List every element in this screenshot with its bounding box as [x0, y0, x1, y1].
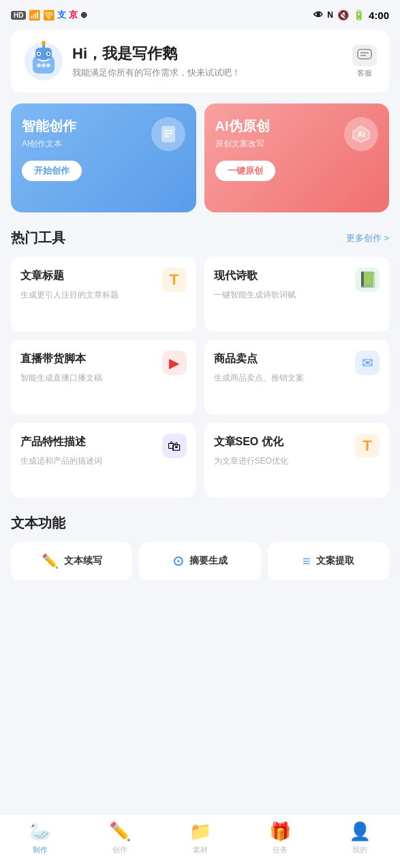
- seo-desc: 为文章进行SEO优化: [214, 455, 380, 467]
- copy-extract-label: 文案提取: [316, 555, 354, 567]
- text-continue-card[interactable]: ✏️ 文本续写: [11, 542, 132, 580]
- nav-item-profile[interactable]: 👤 我的: [320, 821, 400, 855]
- text-func-cards: ✏️ 文本续写 ⊙ 摘要生成 ≡ 文案提取: [11, 542, 389, 580]
- nav-item-material[interactable]: 📁 素材: [160, 821, 240, 855]
- signal-icon: 📶: [29, 10, 40, 20]
- ai-original-icon: AI: [344, 117, 378, 151]
- summary-gen-icon: ⊙: [172, 553, 184, 569]
- live-script-icon: ▶: [162, 351, 187, 375]
- nav-material-label: 素材: [193, 845, 208, 855]
- tool-card-modern-poem[interactable]: 📗 现代诗歌 一键智能生成诗歌词赋: [204, 257, 390, 332]
- text-functions-title: 文本功能: [11, 514, 65, 532]
- header-banner: Hi，我是写作鹅 我能满足你所有的写作需求，快来试试吧！ 客服: [11, 30, 389, 93]
- hd-badge: HD: [11, 11, 26, 20]
- battery-icon: 🔋: [353, 10, 365, 20]
- hot-tools-header: 热门工具 更多创作 >: [11, 229, 389, 247]
- ai-original-card[interactable]: AI AI伪原创 原创文案改写 一键原创: [204, 103, 390, 212]
- extra-icon: ⊕: [80, 10, 87, 20]
- product-selling-icon: ✉: [355, 351, 380, 375]
- svg-point-10: [42, 63, 46, 67]
- nav-item-create-main[interactable]: 🦢 制作: [0, 821, 80, 855]
- tool-card-product-selling[interactable]: ✉ 商品卖点 生成商品卖点、推销文案: [204, 340, 390, 415]
- nav-profile-icon: 👤: [349, 821, 371, 842]
- text-functions-header: 文本功能: [11, 514, 389, 532]
- smart-create-icon: [151, 117, 185, 151]
- robot-avatar: [23, 41, 64, 82]
- nav-creation-label: 创作: [112, 845, 127, 855]
- svg-text:AI: AI: [358, 131, 365, 138]
- text-functions-section: 文本功能 ✏️ 文本续写 ⊙ 摘要生成 ≡ 文案提取: [11, 514, 389, 580]
- banner-text: Hi，我是写作鹅 我能满足你所有的写作需求，快来试试吧！: [72, 44, 241, 79]
- svg-point-9: [37, 63, 41, 67]
- seo-icon: T: [355, 434, 380, 458]
- svg-point-8: [48, 53, 50, 55]
- nav-tasks-icon: 🎁: [269, 821, 291, 842]
- text-continue-icon: ✏️: [42, 553, 59, 569]
- article-title-desc: 生成更引人注目的文章标题: [20, 289, 187, 301]
- nav-item-creation[interactable]: ✏️ 创作: [80, 821, 159, 855]
- tool-card-live-script[interactable]: ▶ 直播带货脚本 智能生成直播口播文稿: [11, 340, 196, 415]
- product-desc-desc: 生成适和产品的描述词: [20, 455, 187, 467]
- nfc-icon: N: [327, 10, 333, 20]
- status-bar: HD 📶 🛜 支 京 ⊕ 👁 N 🔇 🔋 4:00: [0, 0, 400, 30]
- ai-original-button[interactable]: 一键原创: [215, 161, 275, 181]
- bottom-nav: 🦢 制作 ✏️ 创作 📁 素材 🎁 任务 👤 我的: [0, 814, 400, 868]
- tool-card-product-desc[interactable]: 🛍 产品特性描述 生成适和产品的描述词: [11, 423, 196, 498]
- svg-point-7: [38, 53, 40, 55]
- live-script-name: 直播带货脚本: [20, 352, 187, 366]
- jd-icon: 京: [69, 9, 78, 21]
- cs-label: 客服: [357, 68, 372, 78]
- modern-poem-icon: 📗: [355, 268, 380, 292]
- svg-rect-12: [358, 50, 371, 59]
- live-script-desc: 智能生成直播口播文稿: [20, 372, 187, 384]
- eye-icon: 👁: [313, 10, 323, 20]
- smart-create-card[interactable]: 智能创作 AI创作文本 开始创作: [11, 103, 196, 212]
- nav-create-main-icon: 🦢: [29, 821, 51, 842]
- svg-point-4: [42, 41, 46, 45]
- article-title-name: 文章标题: [20, 269, 187, 283]
- greeting-subtitle: 我能满足你所有的写作需求，快来试试吧！: [72, 67, 241, 79]
- time-display: 4:00: [369, 10, 389, 21]
- copy-extract-card[interactable]: ≡ 文案提取: [268, 542, 389, 580]
- tool-card-seo[interactable]: T 文章SEO 优化 为文章进行SEO优化: [204, 423, 390, 498]
- more-creation-link[interactable]: 更多创作 >: [346, 232, 389, 244]
- product-desc-icon: 🛍: [162, 434, 187, 458]
- chat-icon: [352, 45, 377, 67]
- nav-profile-label: 我的: [352, 845, 367, 855]
- alipay-icon: 支: [57, 9, 66, 21]
- nav-item-tasks[interactable]: 🎁 任务: [240, 821, 320, 855]
- greeting-title: Hi，我是写作鹅: [72, 44, 241, 64]
- hot-tools-title: 热门工具: [11, 229, 65, 247]
- modern-poem-desc: 一键智能生成诗歌词赋: [214, 289, 380, 301]
- summary-gen-card[interactable]: ⊙ 摘要生成: [139, 542, 260, 580]
- customer-service-btn[interactable]: 客服: [352, 45, 377, 78]
- article-title-icon: T: [162, 268, 187, 292]
- mute-icon: 🔇: [337, 10, 349, 20]
- main-content: Hi，我是写作鹅 我能满足你所有的写作需求，快来试试吧！ 客服: [0, 30, 400, 659]
- text-continue-label: 文本续写: [64, 555, 102, 567]
- nav-create-main-label: 制作: [33, 845, 48, 855]
- nav-material-icon: 📁: [189, 821, 211, 842]
- status-right: 👁 N 🔇 🔋 4:00: [313, 10, 389, 21]
- wifi-icon: 🛜: [43, 10, 55, 20]
- tools-grid: T 文章标题 生成更引人注目的文章标题 📗 现代诗歌 一键智能生成诗歌词赋 ▶ …: [11, 257, 389, 498]
- copy-extract-icon: ≡: [303, 553, 311, 569]
- product-desc-name: 产品特性描述: [20, 435, 187, 449]
- summary-gen-label: 摘要生成: [189, 555, 228, 567]
- product-selling-desc: 生成商品卖点、推销文案: [214, 372, 380, 384]
- feature-cards-row: 智能创作 AI创作文本 开始创作 AI AI伪原创 原创文案改写 一键原创: [11, 103, 389, 212]
- status-left: HD 📶 🛜 支 京 ⊕: [11, 9, 87, 21]
- smart-create-button[interactable]: 开始创作: [22, 161, 82, 181]
- nav-tasks-label: 任务: [273, 845, 288, 855]
- svg-point-11: [46, 63, 50, 67]
- tool-card-article-title[interactable]: T 文章标题 生成更引人注目的文章标题: [11, 257, 196, 332]
- nav-creation-icon: ✏️: [109, 821, 131, 842]
